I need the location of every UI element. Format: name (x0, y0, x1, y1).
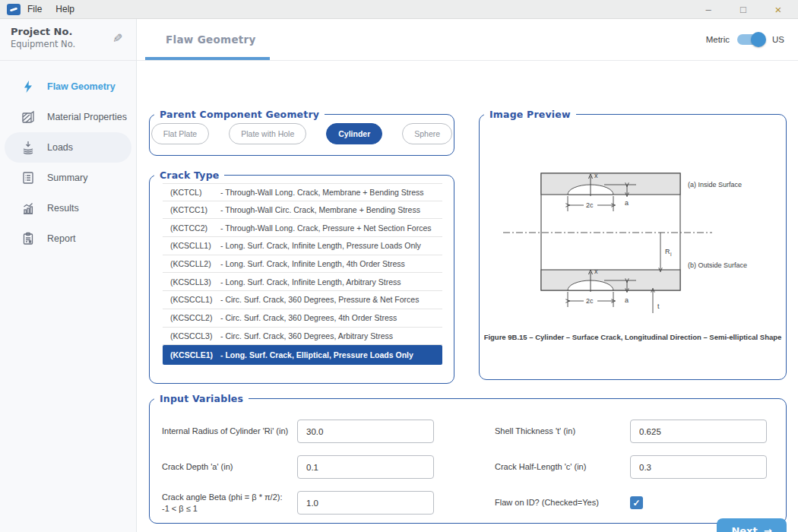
crack-desc: - Circ. Surf. Crack, 360 Degrees, Arbitr… (220, 331, 393, 340)
svg-text:a: a (625, 199, 629, 207)
sidebar-item-label: Loads (47, 142, 73, 153)
load-arrow-icon (20, 139, 36, 156)
crack-desc: - Through-Wall Long. Crack, Membrane + B… (220, 188, 424, 197)
menu-file[interactable]: File (21, 4, 49, 14)
app-logo-icon (7, 4, 21, 15)
sphere-button[interactable]: Sphere (402, 123, 452, 144)
crack-type-legend: Crack Type (154, 169, 224, 181)
project-number-label: Project No. (11, 26, 125, 37)
sidebar-item-material-properties[interactable]: Material Properties (5, 102, 131, 132)
crack-desc: - Long. Surf. Crack, Elliptical, Pressur… (220, 350, 413, 359)
crack-type-row[interactable]: (KCSCLL1) - Long. Surf. Crack, Infinite … (163, 237, 442, 255)
menu-help[interactable]: Help (49, 4, 81, 14)
svg-text:a: a (625, 296, 629, 304)
crack-type-row[interactable]: (KCTCC2) - Through-Wall Long. Crack, Pre… (163, 219, 442, 237)
close-icon[interactable]: × (772, 3, 784, 16)
input-variables-group: Input Variables Internal Radius of Cylin… (149, 393, 787, 524)
crack-desc: - Long. Surf. Crack, Infinite Length, 4t… (220, 259, 405, 268)
next-button-label: Next (731, 525, 757, 532)
shell-thickness-label: Shell Thickness 't' (in) (495, 426, 630, 437)
active-tab-underline (145, 57, 270, 60)
crack-desc: - Through-Wall Circ. Crack, Membrane + B… (220, 205, 420, 214)
crack-desc: - Long. Surf. Crack, Infinite Length, Ar… (220, 277, 401, 287)
input-variables-legend: Input Variables (154, 393, 249, 404)
crack-code: (KCSCLL1) (163, 241, 220, 250)
equipment-number-label: Equipment No. (11, 39, 125, 49)
image-preview-legend: Image Preview (484, 109, 576, 120)
crack-desc: - Through-Wall Long. Crack, Pressure + N… (220, 223, 432, 233)
crack-code: (KCTCC1) (163, 205, 220, 214)
parent-component-geometry-legend: Parent Component Geometry (154, 109, 325, 120)
title-bar: File Help – □ × (0, 0, 798, 19)
crack-desc: - Circ. Surf. Crack, 360 Degrees, Pressu… (220, 295, 419, 304)
arrow-right-icon: → (764, 525, 772, 532)
maximize-icon[interactable]: □ (737, 4, 749, 15)
flaw-on-id-label: Flaw on ID? (Checked=Yes) (495, 497, 630, 508)
cylinder-button[interactable]: Cylinder (326, 123, 382, 144)
crack-type-group: Crack Type (KCTCL) - Through-Wall Long. … (149, 169, 454, 384)
crack-type-row-selected[interactable]: (KCSCLE1) - Long. Surf. Crack, Elliptica… (163, 345, 442, 365)
crack-angle-beta-input[interactable] (297, 491, 434, 515)
main-panel: Parent Component Geometry Flat Plate Pla… (137, 61, 798, 532)
svg-text:(a) Inside Surface: (a) Inside Surface (688, 181, 742, 188)
toggle-knob[interactable] (751, 32, 766, 47)
crack-depth-label: Crack Depth 'a' (in) (162, 461, 297, 473)
tab-flaw-geometry[interactable]: Flaw Geometry (137, 33, 256, 46)
svg-text:x: x (594, 268, 598, 275)
sidebar-item-label: Flaw Geometry (47, 81, 116, 92)
flaw-on-id-checkbox[interactable]: ✓ (630, 496, 643, 509)
sidebar-item-label: Summary (47, 173, 87, 183)
crack-angle-beta-label: Crack angle Beta (phi = β * π/2): -1 < β… (162, 492, 297, 515)
sidebar-item-results[interactable]: Results (5, 193, 131, 223)
crack-type-row[interactable]: (KCSCLL2) - Long. Surf. Crack, Infinite … (163, 255, 442, 274)
crack-type-row[interactable]: (KCTCC1) - Through-Wall Circ. Crack, Mem… (163, 201, 442, 220)
content-area: Flaw Geometry Metric US Parent Component… (137, 19, 798, 532)
unit-toggle[interactable] (737, 34, 765, 45)
svg-text:t: t (657, 302, 660, 310)
sidebar-item-summary[interactable]: Summary (5, 163, 131, 193)
plate-with-hole-button[interactable]: Plate with Hole (229, 123, 306, 144)
crack-depth-input[interactable] (297, 455, 434, 479)
clipboard-report-icon (20, 230, 36, 247)
crack-half-length-input[interactable] (630, 455, 767, 479)
crack-type-list: (KCTCL) - Through-Wall Long. Crack, Memb… (163, 183, 442, 365)
metric-label: Metric (706, 35, 730, 44)
svg-text:2c: 2c (586, 297, 594, 305)
crack-code: (KCSCCL3) (163, 331, 220, 340)
internal-radius-input[interactable] (297, 420, 434, 443)
sidebar-item-loads[interactable]: Loads (5, 132, 131, 163)
crack-code: (KCTCL) (163, 188, 220, 197)
crack-type-row[interactable]: (KCSCCL2) - Circ. Surf. Crack, 360 Degre… (163, 309, 442, 328)
figure-caption: Figure 9B.15 – Cylinder – Surface Crack,… (480, 333, 786, 341)
crack-type-row[interactable]: (KCSCCL1) - Circ. Surf. Crack, 360 Degre… (163, 291, 442, 309)
parent-component-geometry-group: Parent Component Geometry Flat Plate Pla… (149, 109, 454, 156)
crack-type-row[interactable]: (KCTCL) - Through-Wall Long. Crack, Memb… (163, 183, 442, 201)
minimize-icon[interactable]: – (702, 4, 714, 15)
cylinder-crack-diagram: x a 2c (a) Inside Surface R i (484, 140, 782, 319)
check-icon: ✓ (632, 498, 640, 508)
sidebar-item-label: Report (47, 233, 76, 244)
sidebar-item-label: Results (47, 203, 79, 214)
crack-code: (KCSCLL3) (163, 277, 220, 287)
edit-project-icon[interactable]: ✎ (112, 31, 122, 46)
lightning-bolt-icon (20, 78, 36, 95)
crack-code: (KCSCCL1) (163, 295, 220, 304)
chart-results-icon (20, 200, 36, 217)
shell-thickness-input[interactable] (630, 420, 767, 443)
image-preview-group: Image Preview x (479, 109, 787, 380)
crack-half-length-label: Crack Half-Length 'c' (in) (495, 461, 630, 473)
crack-type-row[interactable]: (KCSCLL3) - Long. Surf. Crack, Infinite … (163, 273, 442, 291)
sidebar-item-flaw-geometry[interactable]: Flaw Geometry (5, 71, 131, 102)
crack-code: (KCSCLE1) (163, 350, 220, 359)
next-button[interactable]: Next → (717, 518, 787, 532)
sidebar-item-report[interactable]: Report (5, 223, 131, 254)
project-header: Project No. Equipment No. ✎ (0, 19, 136, 61)
internal-radius-label: Internal Radius of Cylinder 'Ri' (in) (162, 426, 297, 437)
sidebar-nav: Flaw Geometry Material Properties Loads … (0, 61, 136, 254)
crack-desc: - Circ. Surf. Crack, 360 Degrees, 4th Or… (220, 313, 397, 322)
svg-text:R: R (665, 248, 670, 255)
svg-text:2c: 2c (586, 201, 594, 209)
crack-type-row[interactable]: (KCSCCL3) - Circ. Surf. Crack, 360 Degre… (163, 328, 442, 346)
flat-plate-button[interactable]: Flat Plate (151, 123, 209, 144)
crack-code: (KCTCC2) (163, 223, 220, 233)
